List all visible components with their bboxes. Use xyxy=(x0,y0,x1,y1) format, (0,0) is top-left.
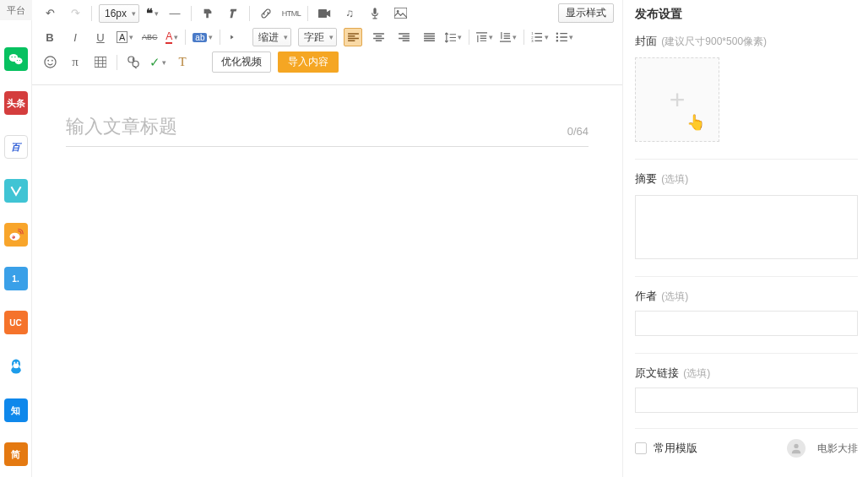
source-link-label: 原文链接 xyxy=(635,366,679,379)
quote-button[interactable]: ❝▾ xyxy=(146,4,159,23)
dayu-icon[interactable] xyxy=(4,179,28,203)
template-checkbox[interactable] xyxy=(635,442,647,454)
format-paint-icon[interactable] xyxy=(198,4,217,23)
svg-point-23 xyxy=(556,40,558,41)
bold-button[interactable]: B xyxy=(41,28,59,46)
wechat-icon[interactable] xyxy=(4,47,28,71)
redo-icon[interactable]: ↷ xyxy=(66,4,84,23)
svg-point-12 xyxy=(14,361,15,364)
toutiao-icon[interactable]: 头条 xyxy=(4,91,28,115)
music-icon[interactable]: ♫ xyxy=(340,4,359,23)
publish-panel: 发布设置 封面 (建议尺寸900*500像素) + 👆 摘要 (选填) 作者 (… xyxy=(623,0,868,477)
svg-point-2 xyxy=(11,57,13,58)
avatar-icon xyxy=(787,439,806,458)
editor-toolbar: ↶ ↷ 16px ❝▾ — HTML ♫ 显示样式 B I U A▾ ABC A… xyxy=(32,0,622,85)
svg-point-8 xyxy=(12,236,13,237)
editor-main: ↶ ↷ 16px ❝▾ — HTML ♫ 显示样式 B I U A▾ ABC A… xyxy=(32,0,623,477)
svg-rect-15 xyxy=(373,8,376,14)
outdent-icon[interactable] xyxy=(227,28,246,46)
mic-icon[interactable] xyxy=(366,4,384,23)
summary-label: 摘要 xyxy=(635,172,657,185)
pi-button[interactable]: π xyxy=(66,53,84,72)
clear-format-icon[interactable] xyxy=(224,4,242,23)
hr-button[interactable]: — xyxy=(165,4,184,23)
svg-point-5 xyxy=(19,60,19,61)
strikethrough-button[interactable]: ABC xyxy=(140,28,159,46)
svg-point-30 xyxy=(794,444,798,448)
line-height-button[interactable]: ▾ xyxy=(445,28,462,46)
search-icon[interactable] xyxy=(124,53,143,72)
article-title-input[interactable] xyxy=(66,111,589,146)
svg-point-29 xyxy=(133,61,138,67)
undo-icon[interactable]: ↶ xyxy=(41,4,59,23)
svg-point-11 xyxy=(13,363,19,368)
summary-textarea[interactable] xyxy=(635,195,858,259)
show-style-button[interactable]: 显示样式 xyxy=(558,3,614,23)
jianshu-icon[interactable]: 简 xyxy=(4,442,28,466)
padding-bottom-button[interactable]: ▾ xyxy=(500,28,517,46)
spacing-select[interactable]: 字距 xyxy=(298,28,337,46)
uc-icon[interactable]: UC xyxy=(4,311,28,334)
author-input[interactable] xyxy=(635,311,858,336)
video-icon[interactable] xyxy=(315,4,334,23)
svg-text:3: 3 xyxy=(532,39,534,42)
template-label: 常用模版 xyxy=(654,441,697,456)
svg-rect-14 xyxy=(318,9,327,18)
text-mode-button[interactable]: T xyxy=(173,53,192,72)
author-hint: (选填) xyxy=(661,290,688,302)
source-link-hint: (选填) xyxy=(683,367,710,379)
baijia-icon[interactable]: 百 xyxy=(4,135,28,159)
unordered-list-button[interactable]: ▾ xyxy=(556,28,573,46)
optimize-video-button[interactable]: 优化视频 xyxy=(212,51,271,73)
plus-icon: + xyxy=(670,86,686,113)
platform-label: 平台 xyxy=(0,0,32,20)
svg-point-26 xyxy=(52,60,53,62)
title-char-count: 0/64 xyxy=(567,125,589,138)
platform-sidebar: 平台 头条 百 1. UC 知 简 xyxy=(0,0,32,477)
cover-label: 封面 xyxy=(635,35,657,47)
italic-button[interactable]: I xyxy=(66,28,84,46)
svg-point-24 xyxy=(44,57,55,68)
ordered-list-button[interactable]: 123▾ xyxy=(531,28,549,46)
svg-point-22 xyxy=(556,36,558,38)
check-button[interactable]: ✓▾ xyxy=(149,53,166,72)
padding-top-button[interactable]: ▾ xyxy=(476,28,493,46)
template-example: 电影大排 xyxy=(817,442,858,456)
emoji-button[interactable] xyxy=(41,53,59,72)
font-color-button[interactable]: A▾ xyxy=(165,28,178,46)
svg-point-25 xyxy=(47,60,49,62)
align-center-icon[interactable] xyxy=(369,28,388,46)
svg-point-13 xyxy=(16,361,18,364)
weibo-icon[interactable] xyxy=(4,223,28,247)
align-left-icon[interactable] xyxy=(344,28,362,46)
underline-button[interactable]: U xyxy=(91,28,110,46)
summary-hint: (选填) xyxy=(661,173,688,185)
link-icon[interactable] xyxy=(257,4,275,23)
cover-upload-box[interactable]: + 👆 xyxy=(635,57,719,142)
svg-rect-27 xyxy=(95,57,106,67)
align-right-icon[interactable] xyxy=(394,28,413,46)
highlight-button[interactable]: ab▾ xyxy=(193,28,213,46)
cursor-icon: 👆 xyxy=(686,113,705,132)
indent-select[interactable]: 缩进 xyxy=(252,28,291,46)
zhihu-icon[interactable]: 知 xyxy=(4,398,28,422)
font-size-select[interactable]: 16px xyxy=(99,4,139,23)
svg-point-1 xyxy=(14,57,22,64)
import-content-button[interactable]: 导入内容 xyxy=(278,51,339,73)
image-icon[interactable] xyxy=(391,4,410,23)
cover-hint: (建议尺寸900*500像素) xyxy=(661,35,767,47)
source-link-input[interactable] xyxy=(635,388,858,413)
svg-rect-16 xyxy=(394,8,407,19)
html-button[interactable]: HTML xyxy=(282,4,301,23)
font-family-button[interactable]: A▾ xyxy=(117,28,133,46)
qq-icon[interactable] xyxy=(4,355,28,378)
align-justify-icon[interactable] xyxy=(420,28,438,46)
author-label: 作者 xyxy=(635,290,657,302)
svg-point-4 xyxy=(16,60,17,61)
table-icon[interactable] xyxy=(91,53,110,72)
yidian-icon[interactable]: 1. xyxy=(4,267,28,290)
publish-panel-title: 发布设置 xyxy=(635,7,858,22)
svg-point-3 xyxy=(14,57,16,58)
svg-point-21 xyxy=(556,33,558,35)
